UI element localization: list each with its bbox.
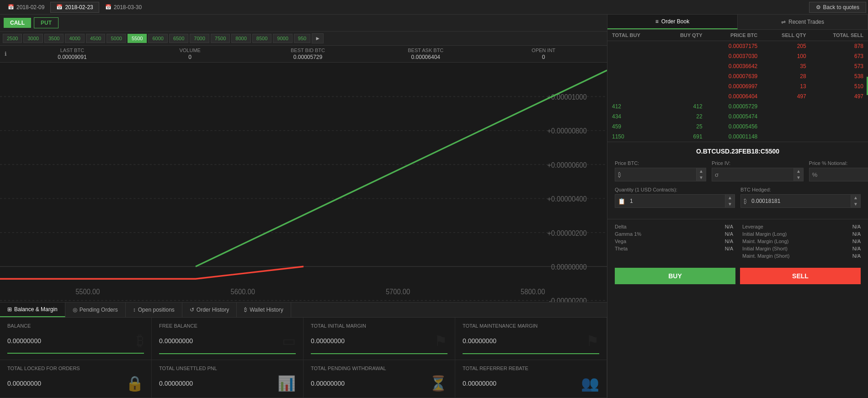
price-iv-up[interactable]: ▲ bbox=[794, 168, 803, 175]
cell-price-btc: 0.00037175 bbox=[707, 41, 762, 52]
buy-button[interactable]: BUY bbox=[615, 268, 735, 284]
table-row[interactable]: 0.00037175 205 878 bbox=[607, 41, 868, 52]
calendar-icon-1: 📅 bbox=[56, 4, 63, 10]
hourglass-icon-6: ⏳ bbox=[429, 375, 447, 392]
order-book-icon: ≡ bbox=[655, 18, 659, 25]
header-price-btc: PRICE BTC bbox=[707, 30, 762, 41]
svg-text:5600.00: 5600.00 bbox=[231, 287, 255, 296]
strike-8500[interactable]: 8500 bbox=[252, 34, 272, 43]
quantity-row: Quantity (1 USD Contracts): 📋 ▲ ▼ BTC He… bbox=[615, 187, 861, 208]
strike-950[interactable]: 950 bbox=[294, 34, 310, 43]
strike-4500[interactable]: 4500 bbox=[86, 34, 105, 43]
table-row[interactable]: 0.00006997 13 510 bbox=[607, 81, 868, 91]
cell-sell-qty bbox=[762, 111, 810, 122]
tab-balance-margin[interactable]: ⊞ Balance & Margin bbox=[0, 302, 65, 317]
tab-wallet-history[interactable]: ₿ Wallet History bbox=[237, 302, 291, 317]
flag-icon-3: ⚑ bbox=[586, 332, 599, 350]
initial-margin-short-value: N/A bbox=[852, 246, 861, 251]
delta-label: Delta bbox=[615, 224, 627, 229]
price-btc-input[interactable] bbox=[624, 169, 696, 180]
quantity-down[interactable]: ▼ bbox=[725, 201, 735, 207]
price-iv-input[interactable] bbox=[721, 169, 793, 180]
flag-icon-2: ⚑ bbox=[434, 332, 447, 350]
strike-4000[interactable]: 4000 bbox=[65, 34, 84, 43]
strike-5000[interactable]: 5000 bbox=[107, 34, 126, 43]
table-row[interactable]: 434 22 0.00005474 bbox=[607, 111, 868, 122]
cell-total-buy bbox=[607, 91, 661, 101]
price-btc-up[interactable]: ▲ bbox=[697, 168, 706, 175]
cell-total-buy: 459 bbox=[607, 122, 661, 132]
strike-6000[interactable]: 6000 bbox=[148, 34, 167, 43]
strike-3500[interactable]: 3500 bbox=[44, 34, 64, 43]
strike-5500[interactable]: 5500 bbox=[128, 34, 147, 43]
tab-order-history[interactable]: ↺ Order History bbox=[182, 302, 237, 317]
open-int-col: OPEN INT 0 bbox=[485, 48, 602, 60]
date-tab-2[interactable]: 📅 2018-03-30 bbox=[99, 2, 148, 13]
quantity-input[interactable] bbox=[628, 196, 725, 207]
calendar-icon-2: 📅 bbox=[105, 4, 112, 10]
table-row[interactable]: 0.00006404 497 497 bbox=[607, 91, 868, 101]
date-tab-0[interactable]: 📅 2018-02-09 bbox=[2, 2, 50, 13]
tab-wallet-history-label: Wallet History bbox=[250, 307, 283, 313]
tab-recent-trades[interactable]: ⇌ Recent Trades bbox=[738, 15, 868, 29]
strike-2500[interactable]: 2500 bbox=[3, 34, 22, 43]
call-button[interactable]: CALL bbox=[4, 18, 31, 28]
btc-hedged-up[interactable]: ▲ bbox=[851, 195, 860, 201]
table-row[interactable]: 0.00037030 100 673 bbox=[607, 51, 868, 61]
cell-price-btc: 0.00006404 bbox=[707, 91, 762, 101]
tab-open-positions[interactable]: ↕ Open positions bbox=[126, 302, 182, 317]
price-btc-spinner: ▲ ▼ bbox=[696, 168, 706, 181]
tab-pending-orders[interactable]: ◎ Pending Orders bbox=[65, 302, 126, 317]
strike-7000[interactable]: 7000 bbox=[190, 34, 209, 43]
cell-sell-qty: 100 bbox=[762, 51, 810, 61]
balance-card-withdrawal: TOTAL PENDING WITHDRAWAL 0.00000000 ⏳ bbox=[304, 360, 455, 398]
best-ask-col: BEST ASK BTC 0.00006404 bbox=[367, 48, 485, 60]
strike-7500[interactable]: 7500 bbox=[211, 34, 230, 43]
btc-hedged-input[interactable] bbox=[750, 196, 851, 207]
recent-trades-icon: ⇌ bbox=[781, 19, 786, 25]
theta-value: N/A bbox=[725, 246, 733, 251]
header-buy-qty: BUY QTY bbox=[661, 30, 707, 41]
price-notional-input[interactable] bbox=[820, 169, 868, 180]
tab-order-book[interactable]: ≡ Order Book bbox=[607, 15, 738, 29]
cell-total-buy bbox=[607, 41, 661, 52]
put-button[interactable]: PUT bbox=[34, 17, 59, 28]
cell-total-buy: 1150 bbox=[607, 132, 661, 142]
sell-button[interactable]: SELL bbox=[740, 268, 861, 284]
table-row[interactable]: 412 412 0.00005729 bbox=[607, 101, 868, 111]
strike-6500[interactable]: 6500 bbox=[169, 34, 188, 43]
history-icon: ↺ bbox=[190, 307, 194, 313]
table-row[interactable]: 0.00007639 28 538 bbox=[607, 71, 868, 81]
price-notional-label: Price % Notional: bbox=[809, 160, 868, 166]
table-row[interactable]: 1150 691 0.00001148 bbox=[607, 132, 868, 142]
strike-next-button[interactable]: ► bbox=[312, 33, 324, 43]
info-icon[interactable]: ℹ bbox=[5, 51, 7, 57]
btc-hedged-down[interactable]: ▼ bbox=[851, 201, 860, 207]
volume-col: VOLUME 0 bbox=[131, 48, 249, 60]
quantity-up[interactable]: ▲ bbox=[725, 195, 735, 201]
bottom-tabs-bar: ⊞ Balance & Margin ◎ Pending Orders ↕ Op… bbox=[0, 302, 607, 318]
balance-panel: BALANCE 0.00000000 ₿ FREE BALANCE 0.0000… bbox=[0, 318, 607, 360]
balance-card-value-4: 0.00000000 bbox=[7, 380, 41, 387]
greek-maint-margin-long: Maint. Margin (Long) N/A bbox=[742, 238, 861, 245]
table-row[interactable]: 0.00036642 35 573 bbox=[607, 61, 868, 71]
best-bid-header: BEST BID BTC bbox=[249, 48, 367, 53]
date-tab-label-1: 2018-02-23 bbox=[65, 4, 93, 11]
tab-pending-orders-label: Pending Orders bbox=[80, 307, 118, 313]
strike-3000[interactable]: 3000 bbox=[23, 34, 43, 43]
date-tab-1[interactable]: 📅 2018-02-23 bbox=[50, 2, 99, 13]
strike-8000[interactable]: 8000 bbox=[231, 34, 250, 43]
price-iv-down[interactable]: ▼ bbox=[794, 175, 803, 181]
price-btc-down[interactable]: ▼ bbox=[697, 175, 706, 181]
initial-margin-short-label: Initial Margin (Short) bbox=[742, 246, 788, 251]
order-book-table: TOTAL BUY BUY QTY PRICE BTC SELL QTY TOT… bbox=[607, 30, 868, 142]
table-row[interactable]: 459 25 0.00005456 bbox=[607, 122, 868, 132]
svg-text:5500.00: 5500.00 bbox=[75, 287, 100, 296]
order-book-scroll[interactable]: TOTAL BUY BUY QTY PRICE BTC SELL QTY TOT… bbox=[607, 30, 868, 142]
leverage-value: N/A bbox=[852, 224, 861, 229]
cell-sell-qty: 13 bbox=[762, 81, 810, 91]
strike-9000[interactable]: 9000 bbox=[273, 34, 292, 43]
greek-initial-margin-long: Initial Margin (Long) N/A bbox=[742, 230, 861, 238]
balance-value-row-0: 0.00000000 ₿ bbox=[7, 332, 144, 349]
back-to-quotes-button[interactable]: ⚙ Back to quotes bbox=[809, 2, 866, 13]
